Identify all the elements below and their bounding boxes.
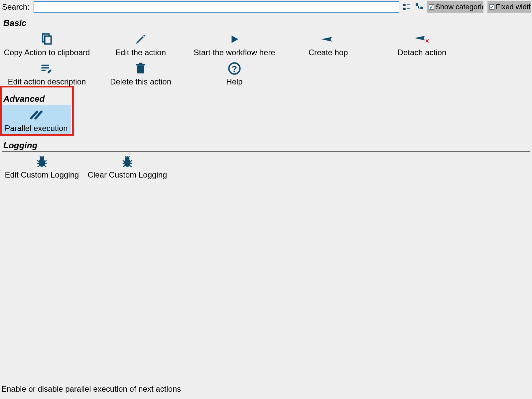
action-detach[interactable]: ✕ Detach action — [375, 29, 469, 59]
svg-rect-3 — [403, 8, 406, 10]
checkbox-icon: ✓ — [489, 4, 494, 10]
svg-line-31 — [40, 156, 41, 157]
toggle-fixed-width-label: Fixed width — [496, 3, 531, 11]
action-label: Help — [226, 77, 242, 86]
action-label: Create hop — [309, 48, 348, 57]
action-delete[interactable]: Delete this action — [94, 59, 188, 88]
help-icon: ? — [228, 62, 241, 75]
checkbox-icon: ✓ — [429, 4, 434, 10]
action-create-hop[interactable]: Create hop — [281, 29, 375, 59]
svg-line-25 — [37, 161, 39, 162]
status-text: Enable or disable parallel execution of … — [1, 384, 181, 394]
section-logging: Edit Custom Logging Clear Custom Logging — [0, 152, 532, 181]
action-label: Edit Custom Logging — [5, 170, 79, 180]
svg-rect-11 — [45, 36, 51, 44]
collapse-all-icon[interactable] — [402, 2, 412, 12]
svg-rect-8 — [419, 8, 420, 8]
svg-rect-4 — [407, 4, 410, 5]
action-label: Parallel execution — [5, 124, 67, 133]
section-advanced: Parallel execution — [0, 105, 532, 134]
svg-text:?: ? — [232, 64, 237, 74]
svg-line-36 — [130, 161, 132, 162]
toggle-fixed-width[interactable]: ✓ Fixed width — [487, 1, 531, 13]
search-label: Search: — [2, 2, 30, 12]
action-label: Delete this action — [110, 77, 171, 86]
bug-icon — [36, 155, 48, 168]
action-copy-to-clipboard[interactable]: Copy Action to clipboard — [0, 29, 94, 59]
search-input[interactable] — [34, 1, 399, 13]
bug-icon — [121, 155, 134, 168]
svg-text:✕: ✕ — [425, 38, 429, 44]
toggle-show-categories[interactable]: ✓ Show categories — [427, 1, 483, 13]
parallel-icon — [29, 108, 44, 122]
svg-rect-13 — [42, 65, 49, 66]
toggle-show-categories-label: Show categories — [435, 3, 483, 11]
action-label: Copy Action to clipboard — [4, 48, 90, 57]
svg-rect-7 — [418, 6, 419, 9]
svg-line-29 — [38, 165, 40, 167]
svg-line-39 — [123, 165, 125, 167]
pencil-icon — [135, 33, 147, 46]
svg-rect-17 — [136, 64, 145, 66]
svg-line-32 — [43, 156, 44, 157]
arrow-icon — [321, 33, 336, 46]
copy-icon — [41, 33, 53, 46]
action-label: Edit action description — [8, 77, 86, 86]
action-help[interactable]: ? Help — [188, 59, 281, 88]
svg-rect-16 — [137, 66, 144, 73]
arrow-x-icon: ✕ — [414, 33, 430, 46]
edit-lines-icon — [41, 62, 53, 75]
action-label: Start the workflow here — [194, 48, 275, 57]
toolbar: Search: ✓ Show categories ✓ Fixed width — [0, 0, 532, 13]
play-icon — [229, 33, 240, 46]
svg-line-41 — [125, 156, 126, 157]
search-input-wrap — [34, 1, 399, 13]
svg-line-35 — [123, 161, 125, 162]
action-label: Detach action — [398, 48, 447, 57]
svg-line-30 — [44, 165, 46, 167]
expand-all-icon[interactable] — [414, 2, 424, 12]
svg-rect-6 — [416, 3, 418, 6]
action-label: Clear Custom Logging — [88, 170, 167, 180]
section-header-basic: Basic — [2, 13, 530, 29]
svg-rect-14 — [42, 67, 49, 68]
action-label: Edit the action — [115, 48, 166, 57]
action-start-workflow[interactable]: Start the workflow here — [188, 29, 281, 59]
action-edit-custom-logging[interactable]: Edit Custom Logging — [0, 152, 84, 181]
svg-rect-18 — [139, 63, 143, 64]
svg-line-26 — [45, 161, 47, 162]
svg-rect-15 — [42, 70, 46, 71]
section-header-logging: Logging — [2, 134, 530, 152]
section-basic: Copy Action to clipboard Edit the action… — [0, 29, 532, 88]
action-edit[interactable]: Edit the action — [94, 29, 188, 59]
svg-rect-2 — [403, 4, 406, 6]
section-header-advanced: Advanced — [2, 88, 530, 105]
action-clear-custom-logging[interactable]: Clear Custom Logging — [84, 152, 171, 181]
svg-rect-9 — [420, 7, 423, 9]
action-parallel-execution[interactable]: Parallel execution — [1, 105, 71, 134]
svg-line-40 — [129, 165, 131, 167]
action-edit-description[interactable]: Edit action description — [0, 59, 94, 88]
svg-rect-5 — [407, 8, 410, 9]
svg-line-42 — [128, 156, 129, 157]
trash-icon — [135, 62, 146, 75]
